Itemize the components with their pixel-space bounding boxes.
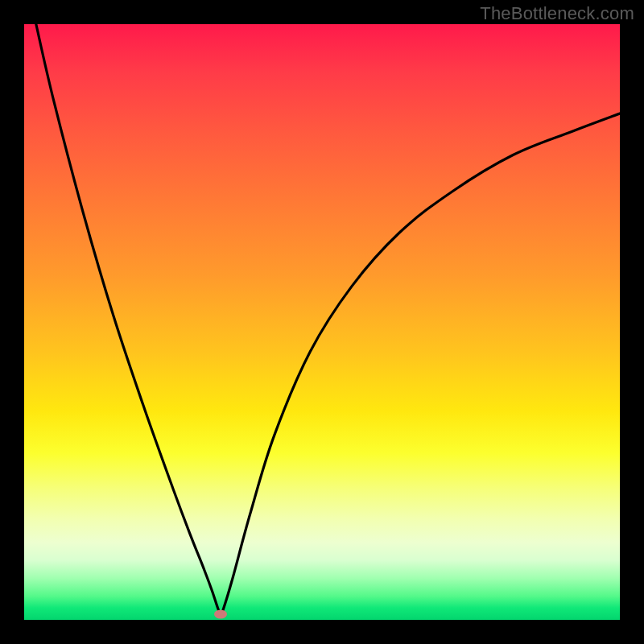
chart-frame: TheBottleneck.com [0,0,644,644]
watermark-text: TheBottleneck.com [480,3,634,24]
plot-area [24,24,620,620]
bottleneck-marker [214,609,227,618]
bottleneck-curve [24,24,620,620]
